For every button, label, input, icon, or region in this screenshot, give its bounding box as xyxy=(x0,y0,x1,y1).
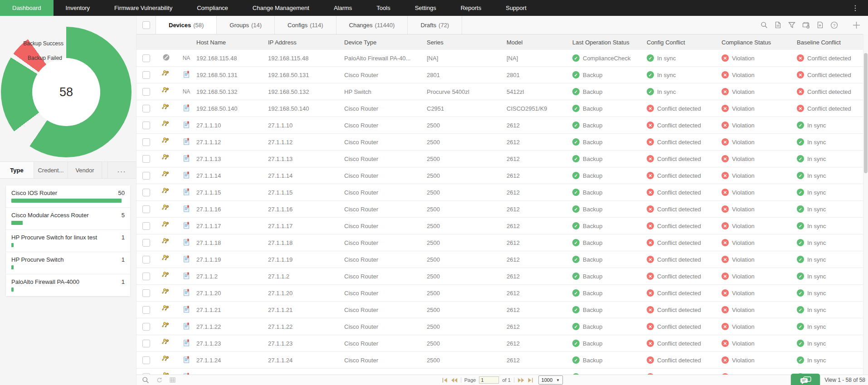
nav-item-change-management[interactable]: Change Management xyxy=(240,0,322,16)
row-checkbox[interactable] xyxy=(142,323,150,331)
column-header-device-type[interactable]: Device Type xyxy=(344,39,427,46)
nav-item-compliance[interactable]: Compliance xyxy=(185,0,240,16)
help-icon[interactable]: ? xyxy=(830,21,838,29)
row-checkbox[interactable] xyxy=(142,356,150,364)
row-checkbox[interactable] xyxy=(142,256,150,263)
sidebar-tab-credent[interactable]: Credent... xyxy=(34,162,68,178)
draft-document-icon[interactable] xyxy=(184,71,190,79)
column-header-compliance-status[interactable]: Compliance Status xyxy=(722,39,797,46)
draft-document-icon[interactable] xyxy=(184,155,190,163)
draft-document-icon[interactable] xyxy=(184,306,190,314)
table-row[interactable]: 27.1.1.1027.1.1.10Cisco Router25002612✓B… xyxy=(137,117,868,134)
tab-groups[interactable]: Groups(14) xyxy=(217,16,275,34)
column-header-baseline-conflict[interactable]: Baseline Conflict xyxy=(797,39,868,46)
feedback-chat-button[interactable] xyxy=(791,374,820,385)
table-row[interactable]: 27.1.1.2127.1.1.21Cisco Router25002612✓B… xyxy=(137,302,868,318)
table-row[interactable]: 27.1.1.2027.1.1.20Cisco Router25002612✓B… xyxy=(137,285,868,302)
search-icon[interactable] xyxy=(142,376,149,384)
table-row[interactable]: NA192.168.115.48192.168.115.48PaloAlto F… xyxy=(137,50,868,67)
table-row[interactable]: 27.1.1.1527.1.1.15Cisco Router25002612✓B… xyxy=(137,184,868,201)
draft-document-icon[interactable] xyxy=(184,239,190,247)
sidebar-tab-more[interactable]: ... xyxy=(107,162,136,178)
nav-item-tools[interactable]: Tools xyxy=(364,0,402,16)
row-checkbox[interactable] xyxy=(142,340,150,347)
column-header-last-operation-status[interactable]: Last Operation Status xyxy=(572,39,647,46)
draft-document-icon[interactable] xyxy=(184,356,190,365)
draft-document-icon[interactable] xyxy=(184,322,190,331)
table-row[interactable]: 27.1.1.1827.1.1.18Cisco Router25002612✓B… xyxy=(137,234,868,251)
nav-item-dashboard[interactable]: Dashboard xyxy=(0,0,54,16)
row-checkbox[interactable] xyxy=(142,105,150,112)
device-type-item[interactable]: PaloAlto Firewall PA-40001 xyxy=(6,274,130,296)
schedule-report-icon[interactable] xyxy=(802,21,810,29)
sidebar-tab-type[interactable]: Type xyxy=(0,162,34,178)
table-row[interactable]: 27.1.1.1427.1.1.14Cisco Router25002612✓B… xyxy=(137,167,868,184)
filter-icon[interactable] xyxy=(788,22,795,29)
row-checkbox[interactable] xyxy=(142,189,150,196)
row-checkbox[interactable] xyxy=(142,88,150,96)
prev-page-icon[interactable] xyxy=(451,378,458,383)
row-checkbox[interactable] xyxy=(142,71,150,79)
backup-status-donut-chart[interactable]: 58 xyxy=(1,27,132,157)
page-number-input[interactable] xyxy=(479,376,499,384)
tab-configs[interactable]: Configs(114) xyxy=(275,16,336,34)
table-row[interactable]: 27.1.1.2427.1.1.24Cisco Router25002612✓B… xyxy=(137,352,868,369)
next-page-icon[interactable] xyxy=(517,378,524,383)
table-row[interactable]: 27.1.1.1627.1.1.16Cisco Router25002612✓B… xyxy=(137,201,868,218)
column-header-ip-address[interactable]: IP Address xyxy=(268,39,344,46)
table-row[interactable]: 27.1.1.1927.1.1.19Cisco Router25002612✓B… xyxy=(137,251,868,268)
device-type-item[interactable]: Cisco IOS Router50 xyxy=(6,185,130,208)
device-type-item[interactable]: HP Procurve Switch1 xyxy=(6,252,130,274)
page-size-select[interactable]: 1000 ▼ xyxy=(538,375,563,385)
row-checkbox[interactable] xyxy=(142,122,150,129)
table-row[interactable]: NA192.168.50.132192.168.50.132HP SwitchP… xyxy=(137,83,868,100)
add-draft-icon[interactable] xyxy=(817,21,824,29)
column-header-host-name[interactable]: Host Name xyxy=(196,39,268,46)
draft-document-icon[interactable] xyxy=(184,205,190,214)
draft-document-icon[interactable] xyxy=(184,171,190,180)
draft-document-icon[interactable] xyxy=(184,121,190,130)
column-header-model[interactable]: Model xyxy=(507,39,572,46)
refresh-icon[interactable] xyxy=(156,377,162,383)
row-checkbox[interactable] xyxy=(142,289,150,297)
search-icon[interactable] xyxy=(761,21,768,29)
draft-document-icon[interactable] xyxy=(184,222,190,230)
column-header-config-conflict[interactable]: Config Conflict xyxy=(647,39,722,46)
table-row[interactable]: 192.168.50.140192.168.50.140Cisco Router… xyxy=(137,100,868,117)
nav-item-settings[interactable]: Settings xyxy=(403,0,449,16)
table-row[interactable]: 27.1.1.227.1.1.2Cisco Router25002612✓Bac… xyxy=(137,268,868,285)
table-row[interactable]: 27.1.1.2527.1.1.25Cisco Router25002612✓B… xyxy=(137,369,868,375)
nav-item-support[interactable]: Support xyxy=(493,0,539,16)
tab-changes[interactable]: Changes(11440) xyxy=(336,16,408,34)
export-pdf-icon[interactable] xyxy=(775,21,781,29)
nav-item-alarms[interactable]: Alarms xyxy=(322,0,364,16)
row-checkbox[interactable] xyxy=(142,155,150,163)
nav-item-firmware-vulnerability[interactable]: Firmware Vulnerability xyxy=(102,0,185,16)
overflow-menu-icon[interactable]: ⋮ xyxy=(843,0,868,16)
table-row[interactable]: 192.168.50.131192.168.50.131Cisco Router… xyxy=(137,67,868,83)
row-checkbox[interactable] xyxy=(142,222,150,230)
add-device-icon[interactable] xyxy=(852,21,861,29)
scrollbar-thumb[interactable] xyxy=(864,53,868,173)
row-checkbox[interactable] xyxy=(142,306,150,314)
table-row[interactable]: 27.1.1.2327.1.1.23Cisco Router25002612✓B… xyxy=(137,335,868,352)
vertical-scrollbar[interactable] xyxy=(863,34,868,375)
sidebar-tab-vendor[interactable]: Vendor xyxy=(68,162,102,178)
draft-document-icon[interactable] xyxy=(184,255,190,264)
device-type-item[interactable]: Cisco Modular Access Router5 xyxy=(6,208,130,230)
draft-document-icon[interactable] xyxy=(184,272,190,281)
tab-devices[interactable]: Devices(58) xyxy=(156,16,217,34)
draft-document-icon[interactable] xyxy=(184,289,190,297)
row-checkbox[interactable] xyxy=(142,239,150,247)
row-checkbox[interactable] xyxy=(142,172,150,180)
last-page-icon[interactable] xyxy=(527,378,533,383)
row-checkbox[interactable] xyxy=(142,138,150,146)
draft-document-icon[interactable] xyxy=(184,339,190,348)
table-row[interactable]: 27.1.1.2227.1.1.22Cisco Router25002612✓B… xyxy=(137,318,868,335)
row-checkbox[interactable] xyxy=(142,273,150,280)
draft-document-icon[interactable] xyxy=(184,188,190,197)
row-checkbox[interactable] xyxy=(142,54,150,62)
table-row[interactable]: 27.1.1.1727.1.1.17Cisco Router25002612✓B… xyxy=(137,218,868,234)
draft-document-icon[interactable] xyxy=(184,138,190,146)
nav-item-inventory[interactable]: Inventory xyxy=(54,0,102,16)
